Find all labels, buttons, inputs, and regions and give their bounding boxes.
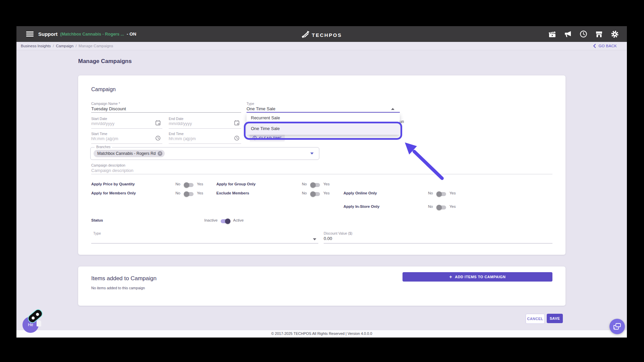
store-icon[interactable] xyxy=(595,31,603,38)
items-heading: Items added to Campaign xyxy=(91,275,157,282)
description-input[interactable] xyxy=(91,168,527,173)
end-date-input[interactable] xyxy=(169,121,226,126)
start-date-label: Start Date xyxy=(91,117,107,121)
toggle-label-apply-in-store-only: Apply In-Store Only xyxy=(343,204,379,208)
type-select-label: Type xyxy=(247,102,254,106)
clock-history-icon xyxy=(253,136,257,140)
discount-value-input[interactable] xyxy=(324,236,424,241)
support-title: Support xyxy=(38,31,58,37)
chevron-left-icon xyxy=(593,44,596,48)
end-date-label: End Date xyxy=(169,117,183,121)
start-date-underline xyxy=(91,128,162,129)
save-button[interactable]: SAVE xyxy=(547,314,563,323)
start-time-input[interactable] xyxy=(91,136,148,141)
type-select-underline xyxy=(247,112,400,113)
discount-value-underline xyxy=(324,243,552,244)
status-toggle[interactable] xyxy=(221,219,230,223)
campaign-heading: Campaign xyxy=(91,86,116,93)
type-select-menu: Recurrent Sale One Time Sale xyxy=(247,114,400,135)
cancel-button[interactable]: CANCEL xyxy=(526,314,545,324)
yes-label: Yes xyxy=(449,204,456,208)
toggle-apply-for-members-only[interactable] xyxy=(184,192,194,196)
discount-type-label: Type xyxy=(93,231,101,235)
yes-label: Yes xyxy=(323,182,330,186)
toggle-apply-online-only[interactable] xyxy=(437,192,446,196)
toggle-exclude-members[interactable] xyxy=(311,192,320,196)
go-back-label: GO BACK xyxy=(598,44,617,48)
end-time-label: End Time xyxy=(169,132,183,136)
chevron-down-icon[interactable] xyxy=(313,238,316,240)
app-window: Support (Matchbox Cannabis - Rogers ... … xyxy=(16,26,627,338)
menu-item-one-time-sale[interactable]: One Time Sale xyxy=(247,122,400,135)
active-label: Active xyxy=(233,218,244,222)
end-date-underline xyxy=(169,128,241,129)
discount-value-label: Discount Value ($) xyxy=(324,231,353,235)
breadcrumb-separator: / xyxy=(53,44,54,48)
discount-type-underline xyxy=(91,243,318,244)
items-empty-text: No items added to this campaign xyxy=(91,286,145,290)
clock-small-icon[interactable] xyxy=(234,135,239,141)
chat-button[interactable] xyxy=(609,319,625,334)
plus-icon: + xyxy=(449,274,452,280)
toggle-label-apply-price-by-quantity: Apply Price by Quantity xyxy=(91,182,135,186)
inactive-label: Inactive xyxy=(204,218,218,222)
branches-label: Branches xyxy=(95,145,112,149)
help-doc-icon xyxy=(37,320,41,326)
type-select-value[interactable]: One Time Sale xyxy=(247,106,387,111)
top-bar: Support (Matchbox Cannabis - Rogers ... … xyxy=(16,26,627,42)
calendar-icon[interactable] xyxy=(155,120,161,126)
hamburger-menu-icon[interactable] xyxy=(26,32,34,37)
topbar-actions xyxy=(548,30,619,38)
add-items-label: ADD ITEMS TO CAMPAIGN xyxy=(455,275,505,279)
toggle-apply-in-store-only[interactable] xyxy=(437,205,446,209)
campaign-name-input[interactable] xyxy=(91,106,239,111)
clear-time-button[interactable]: CLEAR TIME xyxy=(250,134,285,141)
start-date-input[interactable] xyxy=(91,121,148,126)
breadcrumb-business-insights[interactable]: Business Insights xyxy=(21,44,51,48)
items-card: Items added to Campaign No items added t… xyxy=(78,266,566,306)
branch-chip[interactable]: Matchbox Cannabis - Rogers Rd × xyxy=(94,150,165,157)
megaphone-icon[interactable] xyxy=(564,31,572,38)
toggle-apply-for-group-only[interactable] xyxy=(311,183,320,187)
no-label: No xyxy=(175,191,180,195)
clock-icon[interactable] xyxy=(580,30,587,38)
page-title: Manage Campaigns xyxy=(78,58,132,65)
breadcrumb-campaign[interactable]: Campaign xyxy=(56,44,73,48)
clapperboard-icon[interactable] xyxy=(548,31,556,38)
toggle-label-exclude-members: Exclude Members xyxy=(216,191,249,195)
end-time-input[interactable] xyxy=(169,136,226,141)
no-label: No xyxy=(428,204,433,208)
no-label: No xyxy=(302,182,307,186)
breadcrumb-bar: Business Insights / Campaign / Manage Ca… xyxy=(16,42,627,50)
techpos-logo: TECHPOS xyxy=(301,30,342,39)
campaign-name-underline xyxy=(91,112,241,113)
menu-item-recurrent-sale[interactable]: Recurrent Sale xyxy=(247,114,400,122)
toggle-label-apply-online-only: Apply Online Only xyxy=(343,191,377,195)
breadcrumb-current: Manage Campaigns xyxy=(78,44,113,48)
chevron-down-icon[interactable] xyxy=(310,153,314,155)
store-name: (Matchbox Cannabis - Rogers ... xyxy=(60,32,124,37)
breadcrumb-separator: / xyxy=(75,44,76,48)
chip-remove-icon[interactable]: × xyxy=(158,151,162,156)
go-back-button[interactable]: GO BACK xyxy=(593,44,617,48)
calendar-icon[interactable] xyxy=(234,120,239,126)
branch-chip-label: Matchbox Cannabis - Rogers Rd xyxy=(97,151,156,156)
toggle-apply-price-by-quantity[interactable] xyxy=(184,183,194,187)
gear-icon[interactable] xyxy=(611,30,619,38)
start-time-label: Start Time xyxy=(91,132,107,136)
techpos-logo-icon xyxy=(301,30,310,39)
no-label: No xyxy=(428,191,433,195)
yes-label: Yes xyxy=(449,191,456,195)
yes-label: Yes xyxy=(323,191,330,195)
end-time-underline xyxy=(169,143,241,144)
footer: © 2017-2025 TECHPOS All Rights Reserved … xyxy=(16,330,627,338)
chat-bubbles-icon xyxy=(613,323,621,330)
description-label: Campaign description xyxy=(91,163,125,167)
clock-small-icon[interactable] xyxy=(155,135,161,141)
no-label: No xyxy=(175,182,180,186)
add-items-to-campaign-button[interactable]: + ADD ITEMS TO CAMPAIGN xyxy=(402,272,552,282)
chevron-up-icon[interactable] xyxy=(391,108,394,110)
branches-field[interactable]: Branches Matchbox Cannabis - Rogers Rd × xyxy=(90,147,319,160)
yes-label: Yes xyxy=(197,182,203,186)
description-underline xyxy=(91,174,552,174)
